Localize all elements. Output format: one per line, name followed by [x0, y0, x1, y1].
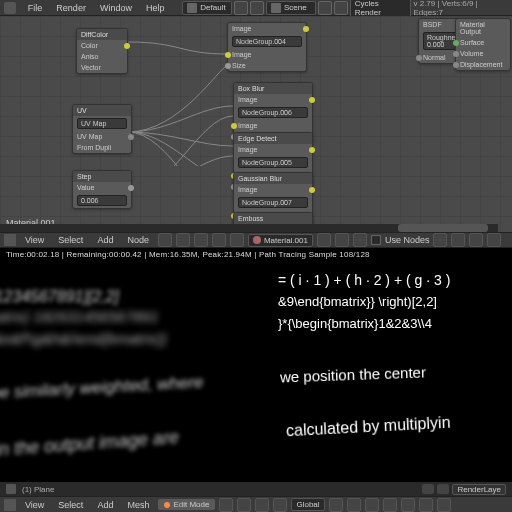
- socket-in[interactable]: [225, 52, 231, 58]
- socket-out[interactable]: [128, 134, 134, 140]
- render-line-blur: bc\\d&e&f\\g&h&i\end{bmatrix}}: [0, 330, 167, 347]
- node-row-label: BSDF: [423, 21, 442, 28]
- menu-node[interactable]: Node: [122, 235, 154, 245]
- menu-mesh[interactable]: Mesh: [122, 500, 154, 510]
- socket-in[interactable]: [225, 63, 231, 69]
- render-line: }*{\begin{bmatrix}1&2&3\\4: [278, 316, 432, 331]
- menu-file[interactable]: File: [22, 3, 49, 13]
- snap-icon[interactable]: [451, 233, 465, 247]
- uv-field[interactable]: UV Map: [77, 118, 127, 129]
- node-header: DiffColor: [77, 29, 127, 40]
- object-icon[interactable]: [212, 233, 226, 247]
- menu-help[interactable]: Help: [140, 3, 171, 13]
- node-row-label: Image: [238, 96, 257, 103]
- socket-in[interactable]: [416, 55, 422, 61]
- render-view[interactable]: Time:00:02.18 | Remaining:00:00.42 | Mem…: [0, 248, 512, 488]
- menu-select[interactable]: Select: [53, 500, 88, 510]
- orientation-dropdown[interactable]: Global: [291, 498, 324, 511]
- node-row-label: Image: [238, 146, 257, 153]
- node-row-label: Value: [77, 184, 94, 191]
- socket-in[interactable]: [453, 62, 459, 68]
- node-row-label: Volume: [460, 50, 483, 57]
- editor-type-icon[interactable]: [4, 499, 16, 511]
- use-nodes-label: Use Nodes: [385, 235, 430, 245]
- menu-render[interactable]: Render: [50, 3, 92, 13]
- occlude-icon[interactable]: [437, 498, 451, 512]
- menu-view[interactable]: View: [20, 500, 49, 510]
- group-field[interactable]: NodeGroup.007: [238, 197, 308, 208]
- viewport-shading-icon[interactable]: [219, 498, 233, 512]
- proportional-edit-icon[interactable]: [365, 498, 379, 512]
- group-field[interactable]: NodeGroup.006: [238, 107, 308, 118]
- node-scroll-h[interactable]: [0, 224, 498, 232]
- use-nodes-checkbox[interactable]: [371, 235, 381, 245]
- render-layer-dropdown[interactable]: RenderLaye: [452, 484, 506, 495]
- manipulator-icon[interactable]: [255, 498, 269, 512]
- render-line-blur: d in the output image are: [0, 427, 180, 462]
- pin-icon[interactable]: [433, 233, 447, 247]
- group-field[interactable]: NodeGroup.004: [232, 36, 302, 47]
- material-icon: [253, 236, 261, 244]
- layer-icon[interactable]: [273, 498, 287, 512]
- fake-user-button[interactable]: [317, 233, 331, 247]
- socket-out[interactable]: [128, 185, 134, 191]
- socket-out[interactable]: [124, 43, 130, 49]
- node-step[interactable]: Step Value 0.006: [72, 170, 132, 209]
- node-header: Edge Detect: [234, 133, 312, 144]
- face-select-icon[interactable]: [419, 498, 433, 512]
- menu-window[interactable]: Window: [94, 3, 138, 13]
- node-uv[interactable]: UV UV Map UV Map From Dupli: [72, 104, 132, 154]
- scene-del-button[interactable]: [334, 1, 348, 15]
- socket-in[interactable]: [453, 51, 459, 57]
- node-row-label: Aniso: [81, 53, 99, 60]
- socket-in[interactable]: [231, 123, 237, 129]
- socket-out[interactable]: [309, 147, 315, 153]
- menu-add[interactable]: Add: [92, 500, 118, 510]
- texture-type-icon[interactable]: [194, 233, 208, 247]
- node-diff-color[interactable]: DiffColor Color Aniso Vector: [76, 28, 128, 74]
- material-dropdown[interactable]: Material.001: [248, 234, 313, 247]
- socket-out[interactable]: [303, 26, 309, 32]
- paste-icon[interactable]: [487, 233, 501, 247]
- node-header: Step: [73, 171, 131, 182]
- material-dd-label: Material.001: [264, 236, 308, 245]
- node-editor[interactable]: DiffColor Color Aniso Vector UV UV Map U…: [0, 16, 512, 232]
- layout-dropdown[interactable]: Default: [182, 1, 232, 15]
- node-editor-header: View Select Add Node Material.001 Use No…: [0, 232, 512, 248]
- slot-button[interactable]: [437, 484, 449, 494]
- pivot-icon[interactable]: [237, 498, 251, 512]
- layout-add-button[interactable]: [234, 1, 248, 15]
- snap-target-icon[interactable]: [347, 498, 361, 512]
- vertex-select-icon[interactable]: [383, 498, 397, 512]
- node-image[interactable]: Image NodeGroup.004 Image Size: [227, 22, 307, 72]
- image-editor-icon[interactable]: [6, 484, 16, 494]
- new-material-button[interactable]: [335, 233, 349, 247]
- menu-add[interactable]: Add: [92, 235, 118, 245]
- node-material-output[interactable]: Material Output Surface Volume Displacem…: [455, 18, 511, 71]
- snap-icon[interactable]: [329, 498, 343, 512]
- del-material-button[interactable]: [353, 233, 367, 247]
- scene-icon: [271, 3, 281, 13]
- editor-type-icon[interactable]: [4, 234, 16, 246]
- mode-dropdown[interactable]: Edit Mode: [158, 499, 215, 510]
- world-icon[interactable]: [230, 233, 244, 247]
- menu-view[interactable]: View: [20, 235, 49, 245]
- compositor-type-icon[interactable]: [176, 233, 190, 247]
- slot-button[interactable]: [422, 484, 434, 494]
- node-row-label: Image: [238, 186, 257, 193]
- render-line-blur: [1234567891][2,2]: [0, 288, 119, 306]
- info-icon[interactable]: [4, 2, 16, 14]
- scroll-thumb[interactable]: [398, 224, 488, 232]
- socket-out[interactable]: [309, 187, 315, 193]
- socket-out[interactable]: [309, 97, 315, 103]
- socket-in[interactable]: [453, 40, 459, 46]
- scene-add-button[interactable]: [318, 1, 332, 15]
- scene-dropdown[interactable]: Scene: [266, 1, 316, 15]
- edge-select-icon[interactable]: [401, 498, 415, 512]
- value-slider[interactable]: 0.006: [77, 195, 127, 206]
- group-field[interactable]: NodeGroup.005: [238, 157, 308, 168]
- copy-icon[interactable]: [469, 233, 483, 247]
- shader-type-icon[interactable]: [158, 233, 172, 247]
- menu-select[interactable]: Select: [53, 235, 88, 245]
- layout-del-button[interactable]: [250, 1, 264, 15]
